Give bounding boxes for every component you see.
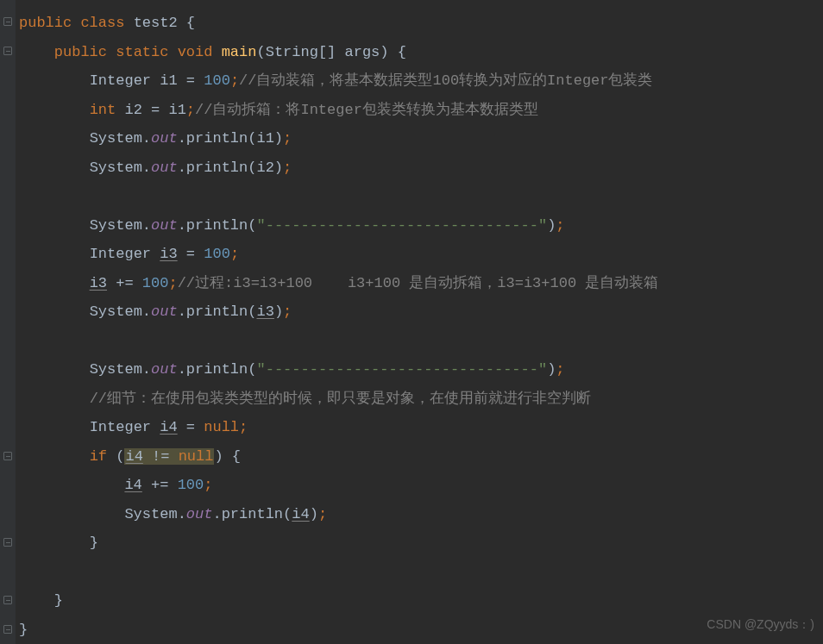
code-line <box>19 182 823 211</box>
fold-marker[interactable] <box>2 17 14 26</box>
code-line: } <box>19 586 823 616</box>
code-line: Integer i1 = 100;//自动装箱，将基本数据类型100转换为对应的… <box>19 66 823 96</box>
code-line: i3 += 100;//过程:i3=i3+100 i3+100 是自动拆箱，i3… <box>19 269 823 298</box>
fold-marker[interactable] <box>2 625 14 634</box>
fold-marker[interactable] <box>2 538 14 547</box>
code-line: Integer i3 = 100; <box>19 240 823 269</box>
code-line <box>19 327 823 356</box>
fold-marker[interactable] <box>2 452 14 460</box>
code-line: System.out.println(i4); <box>19 500 823 529</box>
code-line: System.out.println(i2); <box>19 153 823 183</box>
code-line: Integer i4 = null; <box>19 413 823 442</box>
code-line: //细节：在使用包装类类型的时候，即只要是对象，在使用前就进行非空判断 <box>19 385 823 414</box>
code-line: if (i4 != null) { <box>19 442 823 472</box>
editor-gutter <box>0 0 16 644</box>
code-editor[interactable]: public class test2 { public static void … <box>0 0 823 644</box>
watermark: CSDN @ZQyyds：) <box>707 610 814 640</box>
code-line: public static void main(String[] args) { <box>19 38 823 67</box>
code-line: } <box>19 616 823 645</box>
code-line: int i2 = i1;//自动拆箱：将Integer包装类转换为基本数据类型 <box>19 96 823 125</box>
fold-marker[interactable] <box>2 47 14 55</box>
code-line: System.out.println(i3); <box>19 297 823 327</box>
code-line: public class test2 { <box>19 9 823 38</box>
code-line: System.out.println(i1); <box>19 124 823 153</box>
code-line <box>19 558 823 587</box>
code-line: i4 += 100; <box>19 471 823 500</box>
fold-marker[interactable] <box>2 596 14 604</box>
code-line: } <box>19 528 823 558</box>
code-line: System.out.println("--------------------… <box>19 211 823 241</box>
code-line: System.out.println("--------------------… <box>19 355 823 385</box>
